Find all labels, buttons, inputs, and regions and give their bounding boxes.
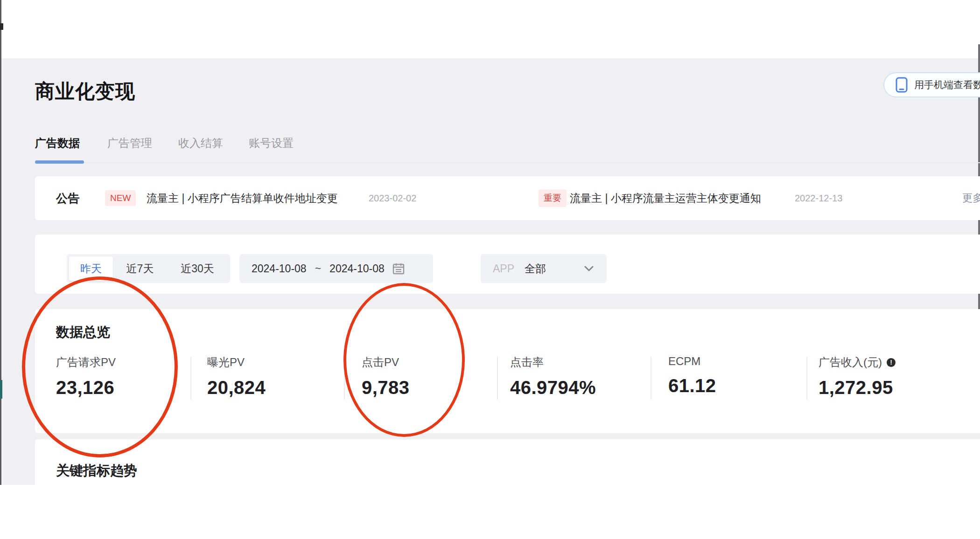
metric-label: 曝光PV bbox=[207, 355, 266, 370]
active-tab-underline bbox=[35, 160, 84, 164]
metric-value: 46.9794% bbox=[510, 377, 596, 398]
page-title: 商业化变现 bbox=[35, 78, 135, 104]
metric-divider bbox=[651, 357, 651, 400]
range-last7-button[interactable]: 近7天 bbox=[113, 256, 167, 281]
metric-divider bbox=[497, 357, 498, 400]
metric-divider bbox=[806, 357, 807, 400]
phone-icon bbox=[896, 77, 908, 93]
badge-new: NEW bbox=[105, 190, 136, 206]
metric-ecpm: ECPM 61.12 bbox=[668, 355, 716, 396]
badge-important: 重要 bbox=[539, 189, 567, 207]
tab-account-settings[interactable]: 账号设置 bbox=[249, 136, 294, 151]
window-left-border bbox=[0, 0, 1, 485]
tab-ad-management[interactable]: 广告管理 bbox=[107, 136, 152, 151]
announcement-link-1[interactable]: 流量主 | 小程序广告结算单收件地址变更 bbox=[147, 191, 338, 206]
metric-label: 广告收入(元) bbox=[819, 355, 882, 370]
metric-click-rate: 点击率 46.9794% bbox=[510, 355, 596, 398]
annotation-ellipse-click-pv bbox=[343, 283, 465, 437]
metric-impression-pv: 曝光PV 20,824 bbox=[207, 355, 266, 398]
date-end-value: 2024-10-08 bbox=[329, 263, 385, 275]
app-select-dropdown[interactable]: APP 全部 bbox=[481, 254, 607, 283]
tab-revenue-settlement[interactable]: 收入结算 bbox=[178, 136, 223, 151]
date-start-value: 2024-10-08 bbox=[252, 263, 307, 275]
metric-label: 点击率 bbox=[510, 355, 596, 370]
window-edge-artifact-teal bbox=[0, 380, 2, 399]
metric-label: ECPM bbox=[668, 355, 716, 368]
view-on-mobile-button[interactable]: 用手机端查看数据 bbox=[883, 72, 980, 97]
announcement-date-1: 2023-02-02 bbox=[369, 193, 416, 204]
date-range-picker[interactable]: 2024-10-08 ~ 2024-10-08 bbox=[239, 254, 433, 283]
announcement-link-2[interactable]: 流量主 | 小程序流量主运营主体变更通知 bbox=[570, 191, 761, 206]
app-select-label: APP bbox=[493, 263, 514, 275]
monetization-dashboard: 商业化变现 用手机端查看数据 广告数据 广告管理 收入结算 账号设置 公告 NE… bbox=[0, 0, 980, 539]
metric-value: 61.12 bbox=[668, 375, 716, 396]
announcements-more-link[interactable]: 更多 bbox=[962, 191, 980, 205]
metric-value: 1,272.95 bbox=[819, 377, 896, 398]
window-edge-artifact bbox=[0, 23, 3, 30]
app-select-value: 全部 bbox=[525, 262, 546, 276]
trend-title: 关键指标趋势 bbox=[56, 462, 137, 480]
date-range-separator: ~ bbox=[315, 263, 321, 275]
announcement-date-2: 2022-12-13 bbox=[795, 193, 842, 204]
filter-panel: 昨天 近7天 近30天 2024-10-08 ~ 2024-10-08 APP bbox=[35, 235, 980, 294]
calendar-icon bbox=[392, 262, 405, 275]
tab-ad-data[interactable]: 广告数据 bbox=[35, 136, 80, 151]
annotation-ellipse-ad-request-pv bbox=[22, 276, 178, 457]
announcement-panel: 公告 NEW 流量主 | 小程序广告结算单收件地址变更 2023-02-02 重… bbox=[35, 176, 980, 220]
view-on-mobile-label: 用手机端查看数据 bbox=[914, 78, 980, 91]
range-last30-button[interactable]: 近30天 bbox=[167, 256, 228, 281]
key-metric-trend-panel: 关键指标趋势 bbox=[35, 439, 980, 539]
chevron-down-icon bbox=[583, 265, 595, 272]
tab-bar-divider bbox=[35, 162, 980, 163]
metric-value: 20,824 bbox=[207, 377, 266, 398]
metric-ad-revenue: 广告收入(元) ! 1,272.95 bbox=[819, 355, 896, 398]
metric-divider bbox=[190, 357, 191, 400]
announcement-heading: 公告 bbox=[56, 191, 79, 206]
info-icon[interactable]: ! bbox=[887, 358, 896, 367]
